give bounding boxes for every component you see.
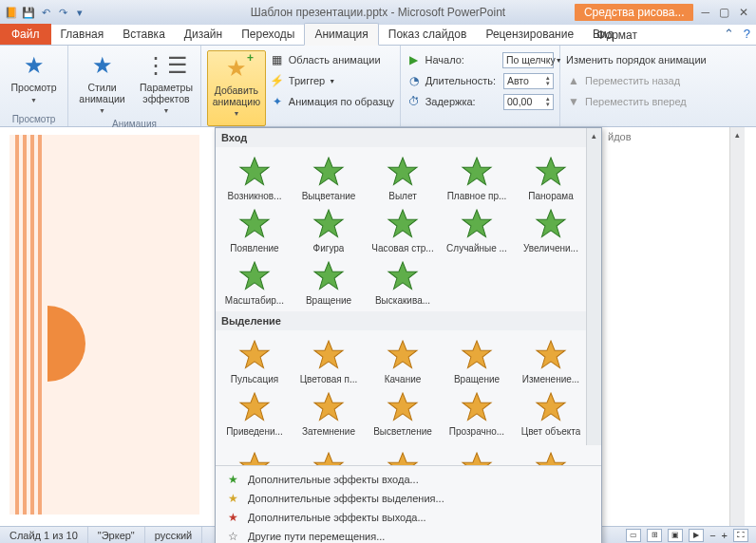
gallery-item[interactable]: Пульсация — [217, 334, 292, 386]
preview-button[interactable]: ★ Просмотр ▼ — [6, 48, 62, 106]
minimize-icon[interactable]: ─ — [697, 6, 713, 19]
svg-marker-18 — [240, 393, 269, 421]
slideshow-view-button[interactable]: ▶ — [689, 529, 704, 542]
duration-label: Длительность: — [425, 75, 500, 86]
gallery-item[interactable]: Прозрачно... — [440, 386, 514, 439]
add-animation-label: Добавить анимацию — [213, 84, 260, 107]
gallery-item[interactable]: Цветовая п... — [292, 334, 366, 386]
star-icon — [237, 207, 272, 241]
trigger-button[interactable]: ⚡Триггер ▼ — [270, 71, 394, 90]
tab-анимация[interactable]: Анимация — [304, 23, 378, 46]
svg-marker-25 — [388, 453, 417, 465]
contextual-tab-drawing[interactable]: Средства рисова... — [575, 4, 694, 21]
ribbon-group-preview: ★ Просмотр ▼ Просмотр — [0, 46, 68, 126]
timing-delay-row: ⏱ Задержка: 00,00▴▾ — [406, 92, 554, 111]
sorter-view-button[interactable]: ⊞ — [647, 529, 662, 542]
more-entry-effects[interactable]: ★Дополнительные эффекты входа... — [216, 470, 601, 489]
gallery-item[interactable]: Фигура — [292, 203, 366, 255]
gallery-item[interactable]: Высветление — [366, 386, 440, 439]
zoom-in-button[interactable]: + — [722, 530, 728, 541]
qat-customize-icon[interactable]: ▾ — [72, 5, 87, 20]
fit-to-window-button[interactable]: ⛶ — [733, 529, 748, 542]
tab-переходы[interactable]: Переходы — [232, 24, 304, 45]
restore-icon[interactable]: ▢ — [715, 6, 733, 19]
tab-главная[interactable]: Главная — [51, 24, 114, 45]
tab-рецензирование[interactable]: Рецензирование — [476, 24, 583, 45]
tab-format[interactable]: Формат — [587, 25, 647, 46]
star-icon — [386, 259, 420, 293]
close-icon[interactable]: ✕ — [735, 6, 752, 19]
status-slide-number[interactable]: Слайд 1 из 10 — [0, 527, 88, 543]
duration-spinner[interactable]: Авто▴▾ — [503, 73, 554, 89]
gallery-item[interactable]: Приведени... — [217, 386, 292, 439]
gallery-item[interactable]: Вылет — [366, 151, 440, 203]
gallery-item[interactable]: Цвет объекта — [514, 386, 588, 439]
slide-thumbnail-pane[interactable] — [0, 127, 218, 526]
animation-styles-button[interactable]: ★ Стили анимации ▼ — [74, 48, 130, 118]
more-exit-effects[interactable]: ★Дополнительные эффекты выхода... — [216, 508, 601, 527]
gallery-scrollbar[interactable]: ▴ — [586, 128, 601, 445]
tab-file[interactable]: Файл — [0, 24, 51, 45]
ribbon-minimize-icon[interactable]: ⌃ — [724, 27, 734, 41]
painter-label: Анимация по образцу — [289, 96, 394, 107]
save-icon[interactable]: 💾 — [21, 5, 36, 20]
gallery-item-label: Изменение... — [522, 374, 579, 384]
gallery-item[interactable] — [514, 446, 588, 465]
gallery-item[interactable]: Плавное пр... — [440, 151, 514, 203]
gallery-item[interactable]: Масштабир... — [217, 255, 292, 308]
gallery-item[interactable]: Выскакива... — [366, 255, 440, 308]
slide-thumbnail[interactable] — [9, 135, 199, 515]
tab-показ слайдов[interactable]: Показ слайдов — [379, 24, 477, 45]
star-icon — [534, 450, 568, 465]
editor-scrollbar[interactable]: ▴ — [729, 127, 745, 526]
move-forward-button[interactable]: ▼Переместить вперед — [566, 92, 733, 111]
scroll-up-icon[interactable]: ▴ — [730, 127, 745, 142]
zoom-out-button[interactable]: − — [709, 530, 715, 541]
gallery-item-label: Вылет — [388, 191, 417, 201]
tab-дизайн[interactable]: Дизайн — [175, 24, 232, 45]
status-theme[interactable]: "Эркер" — [88, 527, 145, 543]
move-back-button[interactable]: ▲Переместить назад — [566, 71, 733, 90]
gallery-emphasis-grid: ПульсацияЦветовая п...КачаниеВращениеИзм… — [216, 330, 601, 442]
status-language[interactable]: русский — [145, 527, 202, 543]
help-icon[interactable]: ? — [744, 27, 750, 41]
gallery-item[interactable]: Панорама — [514, 151, 588, 203]
gallery-item[interactable] — [366, 446, 440, 465]
star-icon — [534, 390, 568, 424]
gallery-item[interactable]: Случайные ... — [440, 203, 514, 255]
start-dropdown[interactable]: По щелчку▼ — [502, 52, 554, 68]
star-red-icon: ★ — [225, 511, 240, 524]
gallery-item[interactable]: Изменение... — [514, 334, 588, 386]
star-icon — [386, 155, 420, 189]
gallery-item[interactable]: Часовая стр... — [366, 203, 440, 255]
reading-view-button[interactable]: ▣ — [668, 529, 683, 542]
star-icon — [460, 390, 494, 424]
effect-options-button[interactable]: ⋮☰ Параметры эффектов ▼ — [138, 48, 195, 118]
star-icon — [237, 450, 272, 465]
more-motion-paths[interactable]: ☆Другие пути перемещения... — [216, 527, 601, 543]
add-animation-button[interactable]: ★+ Добавить анимацию ▼ — [207, 50, 266, 126]
animation-painter-button[interactable]: ✦Анимация по образцу — [270, 92, 394, 111]
gallery-item[interactable]: Вращение — [440, 334, 514, 386]
animation-pane-button[interactable]: ▦Область анимации — [270, 50, 394, 69]
gallery-item[interactable]: Выцветание — [292, 151, 366, 203]
delay-spinner[interactable]: 00,00▴▾ — [503, 94, 554, 110]
more-emphasis-effects[interactable]: ★Дополнительные эффекты выделения... — [216, 489, 601, 508]
gallery-item[interactable] — [292, 446, 366, 465]
scroll-up-icon[interactable]: ▴ — [587, 128, 601, 143]
undo-icon[interactable]: ↶ — [38, 5, 53, 20]
gallery-item[interactable]: Появление — [217, 203, 292, 255]
star-icon — [460, 338, 494, 372]
gallery-item[interactable] — [440, 446, 514, 465]
gallery-item[interactable]: Увеличени... — [514, 203, 588, 255]
gallery-item[interactable] — [217, 446, 292, 465]
gallery-item[interactable]: Возникнов... — [217, 151, 292, 203]
gallery-item[interactable]: Качание — [366, 334, 440, 386]
gallery-item[interactable]: Вращение — [292, 255, 366, 308]
gallery-item[interactable]: Затемнение — [292, 386, 366, 439]
more-motion-label: Другие пути перемещения... — [248, 531, 385, 542]
normal-view-button[interactable]: ▭ — [626, 529, 641, 542]
tab-вставка[interactable]: Вставка — [113, 24, 175, 45]
gallery-section-title-entry: Вход — [216, 128, 601, 147]
redo-icon[interactable]: ↷ — [55, 5, 70, 20]
